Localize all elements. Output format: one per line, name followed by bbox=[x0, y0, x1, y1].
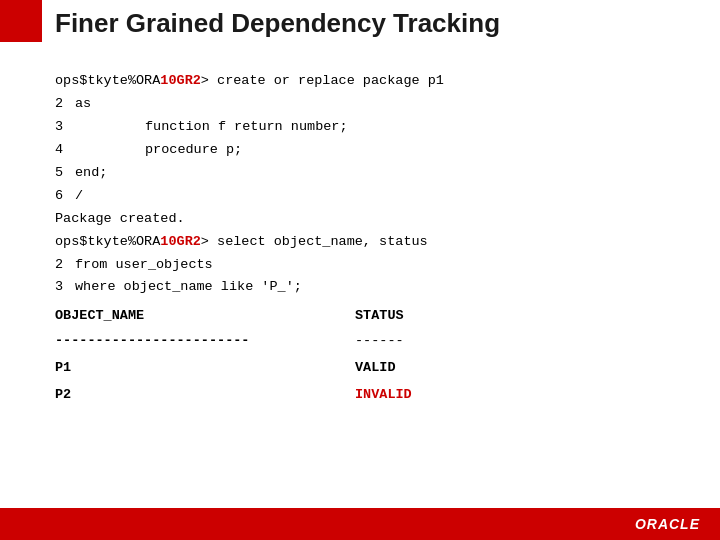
select-line-3: 3 where object_name like 'P_'; bbox=[55, 276, 690, 299]
code-line-6: 6 / bbox=[55, 185, 690, 208]
code-line-4: 4 procedure p; bbox=[55, 139, 690, 162]
oracle-logo: ORACLE bbox=[635, 516, 700, 532]
row-p2-status: INVALID bbox=[355, 384, 412, 407]
row-p1-name: P1 bbox=[55, 357, 355, 380]
code-line-2: 2 as bbox=[55, 93, 690, 116]
code-line-5: 5 end; bbox=[55, 162, 690, 185]
prompt-line-2: ops$tkyte%ORA10GR2> select object_name, … bbox=[55, 231, 690, 254]
prompt-prefix-2: ops$tkyte%ORA10GR2> select object_name, … bbox=[55, 231, 428, 254]
package-created-line: Package created. bbox=[55, 208, 690, 231]
prompt-cmd-2: > select object_name, status bbox=[201, 234, 428, 249]
prompt-text-2: ops$tkyte%ORA bbox=[55, 234, 160, 249]
prompt-highlight-2: 10GR2 bbox=[160, 234, 201, 249]
prompt-prefix-1: ops$tkyte%ORA10GR2> create or replace pa… bbox=[55, 70, 444, 93]
package-created-text: Package created. bbox=[55, 208, 185, 231]
prompt-cmd-1: > create or replace package p1 bbox=[201, 73, 444, 88]
separator-status: ------ bbox=[355, 330, 404, 353]
prompt-line-1: ops$tkyte%ORA10GR2> create or replace pa… bbox=[55, 70, 690, 93]
prompt-highlight-1: 10GR2 bbox=[160, 73, 201, 88]
code-content: ops$tkyte%ORA10GR2> create or replace pa… bbox=[55, 70, 690, 407]
table-row-p1: P1 VALID bbox=[55, 357, 690, 380]
table-row-p2: P2 INVALID bbox=[55, 384, 690, 407]
red-square-decoration bbox=[0, 0, 42, 42]
row-p2-name: P2 bbox=[55, 384, 355, 407]
table-header-row: OBJECT_NAME STATUS bbox=[55, 305, 690, 328]
select-line-2: 2 from user_objects bbox=[55, 254, 690, 277]
page-title: Finer Grained Dependency Tracking bbox=[55, 8, 500, 39]
prompt-text-1: ops$tkyte%ORA bbox=[55, 73, 160, 88]
row-p1-status: VALID bbox=[355, 357, 396, 380]
table-separator-row: ------------------------ ------ bbox=[55, 330, 690, 353]
col-header-status: STATUS bbox=[355, 305, 404, 328]
code-line-3: 3 function f return number; bbox=[55, 116, 690, 139]
col-header-name: OBJECT_NAME bbox=[55, 305, 355, 328]
oracle-bar: ORACLE bbox=[0, 508, 720, 540]
separator-name: ------------------------ bbox=[55, 330, 355, 353]
